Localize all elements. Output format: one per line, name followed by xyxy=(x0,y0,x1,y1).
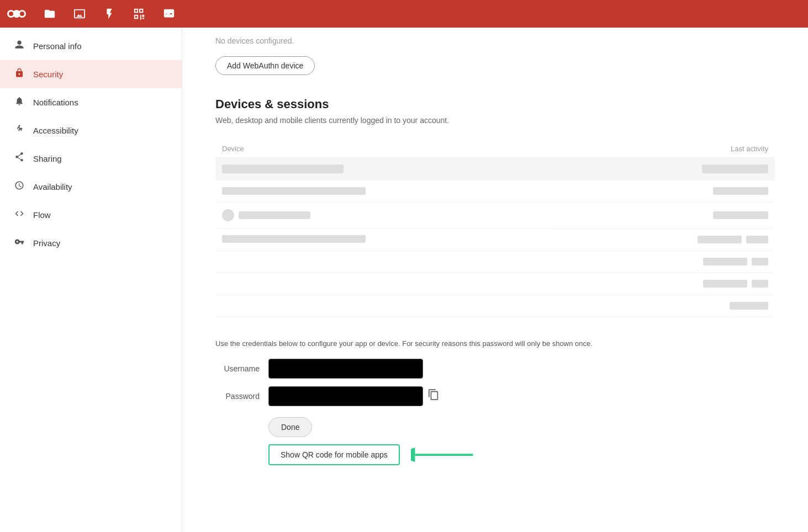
announce-nav-icon[interactable] xyxy=(159,4,179,24)
sidebar-item-sharing-label: Sharing xyxy=(33,154,62,163)
svg-point-4 xyxy=(20,12,24,16)
flow-icon xyxy=(13,209,25,221)
table-row xyxy=(215,295,775,317)
credentials-form: Username Password xyxy=(215,359,547,406)
activity-cell xyxy=(551,251,775,273)
clock-icon xyxy=(13,180,25,193)
device-cell xyxy=(215,295,551,317)
sidebar-item-notifications-label: Notifications xyxy=(33,98,78,107)
device-cell xyxy=(215,273,551,295)
sidebar: Personal info Security Notifications Acc… xyxy=(0,28,182,532)
devices-sessions-title: Devices & sessions xyxy=(215,97,775,111)
username-row: Username xyxy=(215,359,547,379)
main-content: No devices configured. Add WebAuthn devi… xyxy=(182,28,808,532)
accessibility-icon xyxy=(13,124,25,137)
device-cell xyxy=(215,158,551,180)
activity-col-header: Last activity xyxy=(551,140,775,158)
done-button[interactable]: Done xyxy=(268,417,312,437)
show-qr-button[interactable]: Show QR code for mobile apps xyxy=(268,444,400,465)
table-row xyxy=(215,203,775,229)
sidebar-item-sharing[interactable]: Sharing xyxy=(0,145,182,173)
table-row xyxy=(215,251,775,273)
photos-nav-icon[interactable] xyxy=(70,4,89,24)
key-icon xyxy=(13,237,25,249)
activity-nav-icon[interactable] xyxy=(99,4,119,24)
share-icon xyxy=(13,152,25,165)
activity-cell xyxy=(551,180,775,203)
sidebar-item-privacy[interactable]: Privacy xyxy=(0,229,182,257)
svg-point-5 xyxy=(19,125,20,127)
lock-icon xyxy=(13,68,25,81)
device-cell xyxy=(215,251,551,273)
no-devices-text: No devices configured. xyxy=(215,36,775,45)
table-row xyxy=(215,228,775,251)
credentials-info: Use the credentials below to configure y… xyxy=(215,339,690,348)
arrow-wrapper xyxy=(411,444,477,466)
deck-nav-icon[interactable] xyxy=(129,4,149,24)
sidebar-item-availability-label: Availability xyxy=(33,182,72,191)
sidebar-item-security-label: Security xyxy=(33,70,63,79)
person-icon xyxy=(13,40,25,52)
device-cell xyxy=(215,180,551,203)
sidebar-item-availability[interactable]: Availability xyxy=(0,173,182,201)
qr-btn-section: Show QR code for mobile apps xyxy=(268,444,775,466)
svg-point-3 xyxy=(9,12,13,16)
devices-sessions-subtitle: Web, desktop and mobile clients currentl… xyxy=(215,116,775,125)
activity-cell xyxy=(551,158,775,180)
password-label: Password xyxy=(215,392,260,401)
device-col-header: Device xyxy=(215,140,551,158)
table-row xyxy=(215,180,775,203)
sidebar-item-notifications[interactable]: Notifications xyxy=(0,88,182,116)
username-label: Username xyxy=(215,364,260,373)
copy-icon[interactable] xyxy=(427,389,440,403)
activity-cell xyxy=(551,203,775,229)
sidebar-item-personal-info-label: Personal info xyxy=(33,41,82,51)
table-row xyxy=(215,273,775,295)
sidebar-item-accessibility-label: Accessibility xyxy=(33,126,78,135)
bell-icon xyxy=(13,96,25,109)
sidebar-item-personal-info[interactable]: Personal info xyxy=(0,32,182,60)
activity-cell xyxy=(551,273,775,295)
sidebar-item-privacy-label: Privacy xyxy=(33,238,60,248)
devices-table: Device Last activity xyxy=(215,140,775,317)
arrow-icon xyxy=(411,444,477,466)
sidebar-item-flow[interactable]: Flow xyxy=(0,201,182,229)
activity-cell xyxy=(551,295,775,317)
nextcloud-logo[interactable] xyxy=(7,4,27,24)
username-input[interactable] xyxy=(268,359,423,379)
device-cell xyxy=(215,228,551,251)
password-row: Password xyxy=(215,386,547,406)
password-input[interactable] xyxy=(268,386,423,406)
sidebar-item-accessibility[interactable]: Accessibility xyxy=(0,116,182,145)
topbar xyxy=(0,0,808,28)
device-cell xyxy=(215,203,551,228)
add-webauthn-button[interactable]: Add WebAuthn device xyxy=(215,56,315,75)
activity-cell xyxy=(551,228,775,251)
sidebar-item-flow-label: Flow xyxy=(33,210,51,220)
files-nav-icon[interactable] xyxy=(40,4,60,24)
sidebar-item-security[interactable]: Security xyxy=(0,60,182,88)
table-row xyxy=(215,158,775,180)
